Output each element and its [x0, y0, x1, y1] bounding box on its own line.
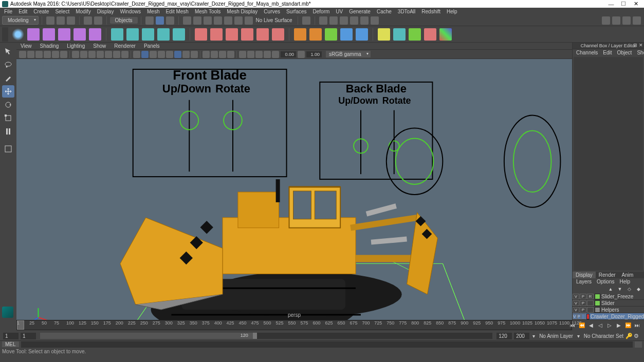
layer-vis-toggle[interactable]: V: [573, 300, 579, 306]
script-layout[interactable]: [2, 214, 14, 221]
panel-colormgmt-icon[interactable]: [264, 51, 271, 58]
panel-background-icon[interactable]: [272, 51, 279, 58]
panel-isolate-icon[interactable]: [203, 51, 210, 58]
go-to-end-icon[interactable]: ⏭: [633, 321, 641, 329]
shelf-group-icon[interactable]: [73, 28, 86, 41]
two-pane-stack-layout[interactable]: [2, 173, 14, 180]
menu-redshift[interactable]: Redshift: [418, 9, 444, 14]
shelf-polycube-icon[interactable]: [111, 28, 123, 41]
cb-menu-show[interactable]: Show: [634, 49, 644, 56]
layer-menu-options[interactable]: Options: [594, 278, 617, 285]
shelf-smooth-icon[interactable]: [340, 28, 353, 41]
panel-lock-camera-icon[interactable]: [27, 51, 34, 58]
layer-new-empty-icon[interactable]: ◇: [625, 285, 633, 293]
panel-gamma-field[interactable]: 1.00: [306, 51, 322, 58]
menu-edit-mesh[interactable]: Edit Mesh: [162, 9, 191, 14]
panel-shaded-icon[interactable]: [141, 51, 149, 58]
menu-surfaces[interactable]: Surfaces: [283, 9, 309, 14]
panel-menu-shading[interactable]: Shading: [36, 43, 63, 49]
go-to-start-icon[interactable]: ⏮: [568, 321, 577, 329]
shelf-duplicate-icon[interactable]: [58, 28, 70, 41]
lasso-tool[interactable]: [2, 59, 14, 71]
layer-moveup-icon[interactable]: ▲: [606, 285, 615, 293]
snap-curve-icon[interactable]: [193, 16, 201, 25]
panel-film-gate-icon[interactable]: [80, 51, 87, 58]
panel-grease-pencil-icon[interactable]: [60, 51, 67, 58]
snap-point-icon[interactable]: [204, 16, 212, 25]
cb-menu-edit[interactable]: Edit: [600, 49, 614, 56]
menu-modify[interactable]: Modify: [72, 9, 94, 14]
shelf-bevel-icon[interactable]: [210, 28, 223, 41]
snap-grid-icon[interactable]: [183, 16, 191, 25]
menu-curves[interactable]: Curves: [261, 9, 283, 14]
panel-menu-panels[interactable]: Panels: [140, 43, 164, 49]
panel-2d-pan-icon[interactable]: [52, 51, 59, 58]
layer-ref-toggle[interactable]: R: [587, 294, 594, 299]
snap-plane-icon[interactable]: [214, 16, 222, 25]
toggle-channelbox-icon[interactable]: [602, 16, 610, 25]
step-forward-frame-icon[interactable]: ▶: [615, 321, 623, 329]
menu-select[interactable]: Select: [52, 9, 72, 14]
layer-color-swatch[interactable]: [595, 294, 600, 299]
shelf-delete-history-icon[interactable]: [43, 28, 55, 41]
layer-color-swatch[interactable]: [595, 307, 600, 313]
workspace-selector[interactable]: Modeling: [2, 16, 39, 25]
two-pane-side-layout[interactable]: [2, 164, 14, 172]
shelf-crease-icon[interactable]: [409, 28, 421, 41]
shelf-combine-icon[interactable]: [309, 28, 322, 41]
menu-file[interactable]: File: [1, 9, 15, 14]
redo-icon[interactable]: [94, 16, 102, 25]
layer-tab-render[interactable]: Render: [596, 272, 619, 278]
layer-vis-toggle[interactable]: V: [573, 314, 577, 319]
layer-row[interactable]: VPHelpers: [573, 307, 644, 313]
menu-generate[interactable]: Generate: [346, 9, 374, 14]
persp-graph-layout[interactable]: [2, 197, 14, 204]
menu-create[interactable]: Create: [30, 9, 52, 14]
shelf-center-pivot-icon[interactable]: [27, 28, 40, 41]
panel-lights-icon[interactable]: [158, 51, 165, 58]
render-settings-icon[interactable]: [350, 16, 358, 25]
panel-xray-joints-icon[interactable]: [219, 51, 226, 58]
toggle-attributeeditor-icon[interactable]: [633, 16, 641, 25]
four-pane-layout[interactable]: [2, 156, 14, 163]
rotate-tool[interactable]: [2, 99, 14, 111]
shelf-insert-edge-icon[interactable]: [272, 28, 284, 41]
panel-safe-title-icon[interactable]: [121, 51, 128, 58]
layer-color-swatch[interactable]: [595, 300, 600, 306]
panel-resgate-icon[interactable]: [88, 51, 96, 58]
range-slider[interactable]: 120: [40, 333, 492, 339]
panel-grid-icon[interactable]: [72, 51, 79, 58]
shelf-separate-icon[interactable]: [325, 28, 337, 41]
panel-exposure-field[interactable]: 0.00: [281, 51, 296, 58]
shelf-target-weld-icon[interactable]: [256, 28, 269, 41]
step-back-frame-icon[interactable]: ◀: [587, 321, 595, 329]
select-tool[interactable]: [2, 45, 14, 58]
layer-color-swatch[interactable]: [586, 314, 590, 319]
shelf-color-editor-icon[interactable]: [439, 28, 452, 41]
close-button[interactable]: ✕: [630, 1, 642, 7]
panel-select-camera-icon[interactable]: [19, 51, 26, 58]
range-end-inner[interactable]: 120: [496, 333, 512, 339]
layer-row[interactable]: VPSlider: [573, 300, 644, 307]
viewport[interactable]: Front Blade Up/Down Rotate Back Blade Up…: [16, 59, 572, 320]
save-scene-icon[interactable]: [67, 16, 75, 25]
cb-menu-object[interactable]: Object: [615, 49, 635, 56]
script-editor-icon[interactable]: [635, 341, 642, 348]
layer-row[interactable]: VPRSlider_Freeze: [573, 293, 644, 300]
panel-viewtransform-icon[interactable]: [255, 51, 263, 58]
scale-tool[interactable]: [2, 112, 14, 124]
panel-xray-icon[interactable]: [211, 51, 218, 58]
panel-bookmarks-icon[interactable]: [35, 51, 43, 58]
toggle-layereditor-icon[interactable]: [612, 16, 620, 25]
snap-surface-icon[interactable]: [224, 16, 232, 25]
layer-tab-display[interactable]: Display: [573, 272, 596, 278]
outliner-layout[interactable]: [2, 189, 14, 196]
select-by-hierarchy-icon[interactable]: [166, 16, 174, 25]
layer-vis-toggle[interactable]: V: [573, 294, 579, 299]
menu-windows[interactable]: Windows: [117, 9, 144, 14]
shelf-tab-handle[interactable]: [2, 27, 8, 42]
make-live-icon[interactable]: [245, 16, 253, 25]
panel-xray-components-icon[interactable]: [227, 51, 234, 58]
layer-playback-toggle[interactable]: P: [577, 314, 581, 319]
cmd-lang-selector[interactable]: MEL: [2, 341, 19, 347]
